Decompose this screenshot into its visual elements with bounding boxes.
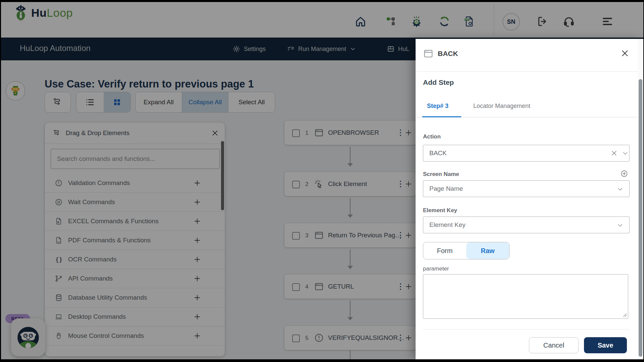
- dialog-scrollbar[interactable]: [638, 39, 643, 359]
- dialog-footer-divider: [423, 329, 630, 329]
- tab-step-3[interactable]: Step# 3: [427, 103, 448, 110]
- action-label: Action: [423, 133, 441, 140]
- parameter-label: parameter: [423, 265, 449, 272]
- active-tab-indicator: [422, 116, 461, 117]
- dialog-title: BACK: [438, 50, 458, 58]
- raw-toggle-button[interactable]: Raw: [466, 242, 509, 259]
- resize-grip-icon[interactable]: [622, 312, 627, 317]
- form-toggle-button[interactable]: Form: [423, 242, 466, 259]
- screen-name-placeholder: Page Name: [429, 185, 463, 192]
- add-screen-icon[interactable]: [620, 170, 628, 178]
- screen-name-label: Screen Name: [423, 171, 459, 178]
- app-screen: HuLoop A: [1, 2, 643, 359]
- element-key-select[interactable]: Element Key: [423, 217, 630, 233]
- screenshot-frame: HuLoop A: [0, 0, 644, 362]
- dialog-subtitle: Add Step: [423, 78, 454, 86]
- dialog-scrollbar-thumb[interactable]: [639, 79, 642, 357]
- action-select[interactable]: [423, 145, 630, 162]
- browser-window-icon: [423, 48, 434, 59]
- element-key-label: Element Key: [423, 207, 457, 214]
- chevron-down-icon: [616, 185, 624, 193]
- form-raw-toggle: Form Raw: [423, 242, 509, 259]
- parameter-textarea[interactable]: [423, 274, 628, 319]
- dialog-divider: [416, 71, 643, 72]
- save-button[interactable]: Save: [584, 337, 627, 353]
- chevron-down-icon: [616, 222, 624, 229]
- clear-icon[interactable]: [611, 150, 618, 157]
- tab-locator-management[interactable]: Locator Management: [473, 103, 530, 110]
- close-icon[interactable]: [621, 49, 629, 58]
- chevron-down-icon[interactable]: [622, 149, 629, 157]
- cancel-button[interactable]: Cancel: [529, 337, 579, 353]
- add-step-dialog: BACK Add Step Step# 3 Locator Management…: [416, 39, 643, 359]
- screen-name-select[interactable]: Page Name: [423, 180, 630, 197]
- element-key-placeholder: Element Key: [429, 221, 466, 229]
